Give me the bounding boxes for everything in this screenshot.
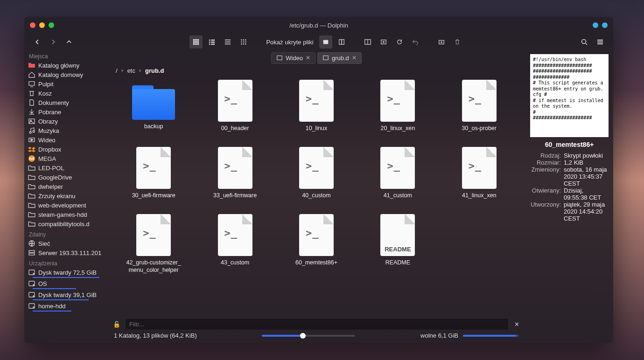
minimize-icon[interactable]: [39, 22, 45, 28]
sidebar-item[interactable]: dwhelper: [24, 182, 107, 191]
file-item[interactable]: 10_linux: [276, 80, 357, 145]
info-key: Zmieniony:: [530, 166, 561, 187]
svg-point-47: [29, 132, 31, 133]
svg-rect-1: [196, 39, 197, 41]
file-item[interactable]: 42_grub-customizer_ menu_color_helper: [113, 214, 194, 279]
close-icon[interactable]: ✕: [352, 55, 357, 61]
sidebar-item[interactable]: OS: [24, 279, 107, 288]
file-item[interactable]: 41_linux_xen: [439, 147, 520, 212]
keep-above-icon[interactable]: [593, 22, 598, 28]
sidebar-item[interactable]: MEGA: [24, 154, 107, 163]
sidebar-item[interactable]: Katalog domowy: [24, 70, 107, 79]
disk-usage-bar: [463, 335, 519, 337]
file-item[interactable]: 60_memtest86+: [276, 214, 357, 279]
info-key: Rodzaj:: [530, 152, 561, 159]
split-button[interactable]: [361, 35, 374, 48]
delete-button[interactable]: [451, 35, 464, 48]
new-folder-button[interactable]: [435, 35, 448, 48]
breadcrumb-root[interactable]: /: [116, 67, 118, 74]
undo-button[interactable]: [409, 35, 422, 48]
sidebar-item[interactable]: Obrazy: [24, 117, 107, 126]
tab[interactable]: Wideo✕: [271, 52, 315, 64]
sidebar-item[interactable]: steam-games-hdd: [24, 210, 107, 219]
svg-rect-7: [196, 43, 197, 45]
shell-script-icon: [299, 80, 334, 122]
svg-point-59: [33, 296, 34, 297]
info-value: Skrypt powłoki: [564, 152, 609, 159]
shell-script-icon: [218, 214, 252, 256]
svg-point-48: [33, 131, 35, 132]
file-item[interactable]: 20_linux_xen: [357, 80, 438, 145]
dropbox-icon: [28, 145, 35, 153]
sidebar-item[interactable]: home-hdd: [24, 301, 107, 311]
sidebar-item[interactable]: Dysk twardy 72,5 GiB: [24, 268, 107, 277]
file-item[interactable]: READMEREADME: [357, 214, 438, 279]
sidebar-item[interactable]: Dysk twardy 39,1 GiB: [24, 290, 107, 299]
pin-icon[interactable]: [602, 22, 608, 28]
sidebar-item[interactable]: Wideo: [24, 135, 107, 145]
svg-rect-63: [323, 56, 329, 60]
sidebar-item[interactable]: Kosz: [24, 89, 107, 98]
new-tab-button[interactable]: [377, 35, 390, 48]
forward-button[interactable]: [47, 35, 60, 48]
sidebar-item[interactable]: Sieć: [24, 239, 107, 248]
sidebar-item[interactable]: Muzyka: [24, 126, 107, 135]
up-button[interactable]: [63, 35, 76, 48]
file-item[interactable]: 00_header: [194, 80, 275, 145]
chevron-right-icon: [120, 69, 125, 73]
file-item[interactable]: 43_custom: [194, 214, 275, 279]
disk-icon: [28, 269, 35, 276]
close-icon[interactable]: ✕: [306, 55, 310, 61]
svg-rect-52: [29, 250, 35, 252]
view-details-button[interactable]: [221, 35, 234, 48]
file-item[interactable]: 30_uefi-firmware: [113, 147, 194, 212]
file-item[interactable]: 33_uefi-firmware: [194, 147, 275, 212]
search-button[interactable]: [578, 35, 591, 48]
breadcrumb-part[interactable]: etc: [127, 67, 135, 74]
menu-button[interactable]: [594, 35, 607, 48]
maximize-icon[interactable]: [49, 22, 54, 28]
sidebar-item-label: Zrzuty ekranu: [38, 193, 75, 200]
sidebar-item[interactable]: Pulpit: [24, 79, 107, 89]
breadcrumb[interactable]: / etc grub.d: [107, 64, 525, 77]
sidebar-item[interactable]: GoogleDrive: [24, 173, 107, 182]
mega-icon: [28, 155, 35, 162]
sidebar-item-label: Dysk twardy 39,1 GiB: [38, 291, 97, 298]
file-item[interactable]: backup: [113, 80, 194, 145]
back-button[interactable]: [31, 35, 44, 48]
image-icon: [28, 118, 35, 125]
file-item[interactable]: 40_custom: [276, 147, 357, 212]
preview-toggle-button[interactable]: [319, 35, 332, 48]
sidebar-item-label: compatibilitytools.d: [38, 221, 90, 228]
view-detail2-button[interactable]: [237, 35, 250, 48]
reload-button[interactable]: [393, 35, 406, 48]
sidebar-item[interactable]: Pobrane: [24, 107, 107, 117]
close-icon[interactable]: [30, 22, 35, 28]
file-grid[interactable]: backup00_header10_linux20_linux_xen30_os…: [107, 77, 525, 318]
preview-toggle2-button[interactable]: [335, 35, 348, 48]
sidebar-item[interactable]: compatibilitytools.d: [24, 219, 107, 228]
file-item[interactable]: 30_os-prober: [439, 80, 520, 145]
zoom-slider[interactable]: [262, 335, 355, 337]
svg-point-22: [243, 42, 245, 43]
lock-icon[interactable]: 🔓: [112, 321, 121, 328]
file-item[interactable]: 41_custom: [357, 147, 438, 212]
sidebar-item[interactable]: Serwer 193.33.111.201: [24, 248, 107, 257]
sidebar-item[interactable]: Dropbox: [24, 145, 107, 154]
sidebar-item[interactable]: Katalog główny: [24, 61, 107, 70]
sidebar-item[interactable]: Dokumenty: [24, 98, 107, 107]
file-label: 43_custom: [221, 259, 249, 266]
file-label: 60_memtest86+: [295, 259, 337, 266]
sidebar-item[interactable]: LED-POL: [24, 163, 107, 173]
sidebar-item[interactable]: web-development: [24, 201, 107, 210]
filter-input[interactable]: [125, 318, 509, 330]
sidebar-item[interactable]: Zrzuty ekranu: [24, 191, 107, 201]
show-hidden-label[interactable]: Pokaż ukryte pliki: [263, 39, 316, 46]
tab-label: grub.d: [332, 55, 349, 62]
view-icons-button[interactable]: [189, 35, 203, 48]
tab[interactable]: grub.d✕: [317, 52, 362, 64]
close-icon[interactable]: ✕: [512, 321, 521, 328]
shell-script-icon: [380, 147, 415, 189]
view-compact-button[interactable]: [205, 35, 218, 48]
svg-point-20: [245, 39, 246, 41]
